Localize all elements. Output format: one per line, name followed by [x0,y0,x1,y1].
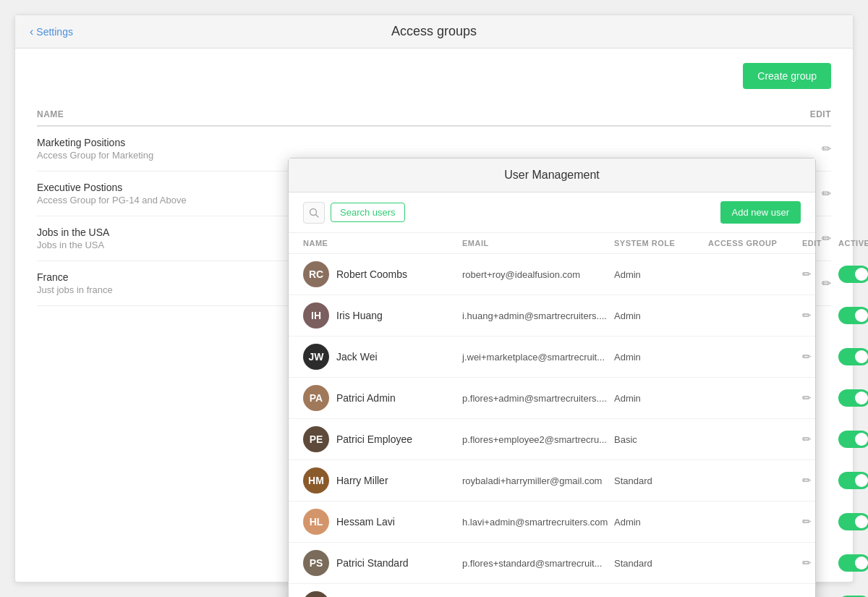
th-edit: EDIT [802,239,838,247]
back-link[interactable]: ‹ Settings [30,25,73,38]
edit-user-icon[interactable]: ✏ [802,474,838,487]
edit-group-icon[interactable]: ✏ [822,142,831,156]
modal-title: User Management [504,169,600,181]
user-name: Harry Miller [336,475,388,486]
modal-header: User Management [289,158,815,192]
user-name-cell: PS Patrici Standard [303,550,462,576]
edit-user-icon[interactable]: ✏ [802,556,838,570]
user-name-cell: PA Patrici Admin [303,385,462,411]
user-email: robert+roy@idealfusion.com [462,269,614,280]
active-toggle[interactable] [838,554,868,572]
th-access-group: ACCESS GROUP [708,239,802,247]
users-table-header: NAME EMAIL SYSTEM ROLE ACCESS GROUP EDIT… [289,233,815,254]
search-area: Search users [303,202,405,224]
access-groups-header: ‹ Settings Access groups [15,15,853,48]
group-desc: Access Group for Marketing [37,150,153,161]
group-info: France Just jobs in france [37,271,113,295]
user-email: p.flores+standard@smartrecruit... [462,558,614,569]
group-name: Marketing Positions [37,137,153,148]
active-toggle[interactable] [838,348,868,365]
avatar: HM [303,467,329,494]
system-role: Standard [614,558,708,569]
user-row: IH Iris Huang i.huang+admin@smartrecruit… [289,295,815,336]
search-users-button[interactable]: Search users [331,203,405,222]
group-desc: Access Group for PG-14 and Above [37,195,187,206]
user-name-cell: IH Iris Huang [303,302,462,329]
users-list: RC Robert Coombs robert+roy@idealfusion.… [289,254,815,597]
group-desc: Jobs in the USA [37,240,109,250]
system-role: Admin [614,269,708,280]
edit-group-icon[interactable]: ✏ [822,187,831,200]
avatar: PA [303,385,329,411]
group-name: Executive Postions [37,182,187,193]
user-name-cell: JW Jack Wei [303,344,462,370]
search-icon [309,208,319,218]
user-row: PE Patrici Employee p.flores+employee2@s… [289,419,815,460]
avatar: PS [303,550,329,576]
edit-user-icon[interactable]: ✏ [802,515,838,528]
user-name-cell: PE Patrici Employee [303,591,462,597]
page-title: Access groups [391,24,477,39]
svg-line-1 [316,214,319,217]
user-email: p.flores+employee2@smartrecru... [462,434,614,445]
user-row: RC Robert Coombs robert+roy@idealfusion.… [289,254,815,295]
active-toggle[interactable] [838,472,868,489]
user-name-cell: HL Hessam Lavi [303,509,462,535]
user-email: h.lavi+admin@smartrecruiters.com [462,517,614,528]
user-name: Jack Wei [336,351,378,363]
back-arrow-icon: ‹ [30,25,33,38]
user-row: JW Jack Wei j.wei+marketplace@smartrecru… [289,336,815,378]
system-role: Admin [614,393,708,404]
add-new-user-button[interactable]: Add new user [720,201,801,224]
group-name: Jobs in the USA [37,226,109,238]
avatar: PE [303,591,329,597]
groups-table-header: NAME EDIT [37,103,831,127]
user-name: Patrici Standard [336,557,409,569]
user-management-modal: User Management Search users Add new use… [288,158,816,597]
back-label: Settings [36,26,73,38]
active-toggle[interactable] [838,431,868,448]
avatar: RC [303,261,329,287]
user-row: HL Hessam Lavi h.lavi+admin@smartrecruit… [289,501,815,543]
group-info: Jobs in the USA Jobs in the USA [37,226,109,250]
edit-user-icon[interactable]: ✏ [802,433,838,446]
avatar: HL [303,509,329,535]
edit-user-icon[interactable]: ✏ [802,391,838,405]
edit-user-icon[interactable]: ✏ [802,268,838,281]
avatar: JW [303,344,329,370]
user-name-cell: HM Harry Miller [303,467,462,494]
user-name: Hessam Lavi [336,516,395,528]
system-role: Standard [614,475,708,486]
col-name-label: NAME [37,109,64,119]
system-role: Admin [614,352,708,363]
user-email: j.wei+marketplace@smartrecruit... [462,352,614,363]
avatar: PE [303,426,329,452]
system-role: Basic [614,434,708,445]
user-name-cell: RC Robert Coombs [303,261,462,287]
user-name: Robert Coombs [336,268,407,280]
system-role: Admin [614,517,708,528]
search-icon-wrap [303,202,325,224]
edit-user-icon[interactable]: ✏ [802,309,838,322]
user-name: Patrici Admin [336,392,396,404]
edit-user-icon[interactable]: ✏ [802,350,838,363]
group-name: France [37,271,113,283]
user-email: roybaladi+harrymiller@gmail.com [462,475,614,486]
th-system-role: SYSTEM ROLE [614,239,708,247]
modal-toolbar: Search users Add new user [289,192,815,233]
group-info: Marketing Positions Access Group for Mar… [37,137,153,161]
user-row: PE Patrici Employee p.flores+employee@sm… [289,584,815,597]
active-toggle[interactable] [838,266,868,283]
th-email: EMAIL [462,239,614,247]
active-toggle[interactable] [838,307,868,324]
th-name: NAME [303,239,462,247]
user-email: i.huang+admin@smartrecruiters.... [462,310,614,321]
group-info: Executive Postions Access Group for PG-1… [37,182,187,206]
user-name: Iris Huang [336,310,383,321]
active-toggle[interactable] [838,513,868,530]
create-group-button[interactable]: Create group [743,63,831,89]
user-row: PA Patrici Admin p.flores+admin@smartrec… [289,378,815,419]
active-toggle[interactable] [838,389,868,407]
avatar: IH [303,302,329,329]
user-row: HM Harry Miller roybaladi+harrymiller@gm… [289,460,815,501]
